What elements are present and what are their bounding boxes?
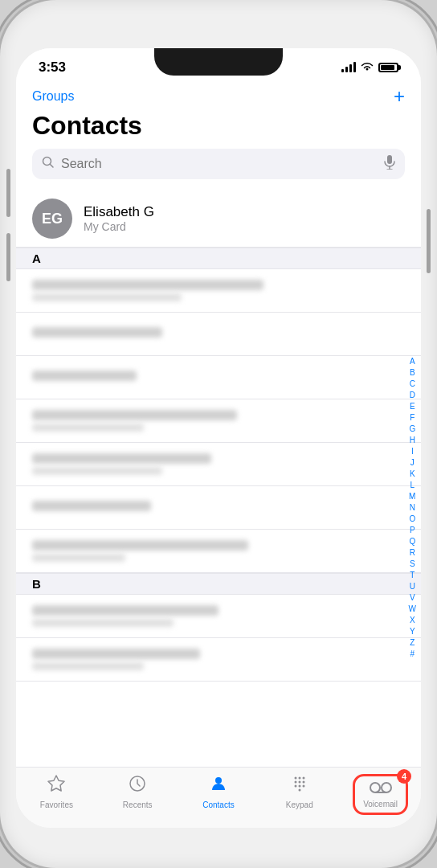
svg-point-5 xyxy=(215,777,222,784)
clock-icon xyxy=(128,774,147,798)
alpha-letter-a[interactable]: A xyxy=(408,356,417,366)
alpha-letter-r[interactable]: R xyxy=(408,547,417,558)
alpha-letter-hash[interactable]: # xyxy=(408,649,416,659)
nav-row: Groups + xyxy=(32,87,405,106)
star-icon xyxy=(47,774,66,798)
phone-frame: 3:53 xyxy=(0,0,437,868)
alpha-letter-k[interactable]: K xyxy=(408,469,417,479)
notch xyxy=(154,48,283,76)
alpha-letter-b[interactable]: B xyxy=(408,367,417,378)
page-title: Contacts xyxy=(32,111,405,141)
alpha-letter-o[interactable]: O xyxy=(407,514,417,524)
voicemail-icon xyxy=(370,780,392,798)
svg-point-16 xyxy=(370,783,380,792)
avatar: EG xyxy=(32,199,72,239)
tab-favorites-label: Favorites xyxy=(40,800,73,809)
svg-point-17 xyxy=(382,783,391,792)
alpha-letter-i[interactable]: I xyxy=(410,446,415,457)
svg-point-11 xyxy=(302,781,304,784)
alpha-letter-u[interactable]: U xyxy=(408,581,417,592)
alpha-letter-v[interactable]: V xyxy=(408,592,417,603)
section-header-a: A xyxy=(16,248,421,269)
list-item[interactable] xyxy=(16,399,421,443)
alphabet-index[interactable]: A B C D E F G H I J K L M N O P Q xyxy=(407,248,418,767)
svg-rect-1 xyxy=(387,155,392,164)
power-button[interactable] xyxy=(427,209,431,273)
alpha-letter-y[interactable]: Y xyxy=(408,626,417,637)
list-item[interactable] xyxy=(16,530,421,573)
wifi-icon xyxy=(361,62,374,74)
alpha-letter-l[interactable]: L xyxy=(408,480,416,490)
screen: 3:53 xyxy=(16,48,421,828)
volume-up-button[interactable] xyxy=(6,169,10,217)
alpha-letter-n[interactable]: N xyxy=(408,502,417,513)
alpha-letter-p[interactable]: P xyxy=(408,525,417,535)
status-icons xyxy=(341,62,398,74)
alpha-letter-h[interactable]: H xyxy=(408,435,417,445)
list-item[interactable] xyxy=(16,638,421,682)
search-input[interactable] xyxy=(61,157,378,171)
add-contact-button[interactable]: + xyxy=(394,87,405,106)
svg-point-9 xyxy=(294,781,296,784)
my-card-subtitle: My Card xyxy=(84,220,154,233)
my-card-name: Elisabeth G xyxy=(84,204,154,220)
tab-keypad[interactable]: Keypad xyxy=(259,774,340,815)
tab-keypad-label: Keypad xyxy=(286,800,313,809)
alpha-letter-d[interactable]: D xyxy=(408,390,417,400)
svg-point-15 xyxy=(298,789,300,792)
list-item[interactable] xyxy=(16,486,421,530)
my-card[interactable]: EG Elisabeth G My Card xyxy=(16,190,421,248)
alpha-letter-x[interactable]: X xyxy=(408,615,417,625)
svg-point-14 xyxy=(302,785,304,788)
search-bar[interactable] xyxy=(32,149,405,179)
search-icon xyxy=(42,156,55,172)
list-item[interactable] xyxy=(16,356,421,399)
list-item[interactable] xyxy=(16,269,421,313)
my-card-info: Elisabeth G My Card xyxy=(84,204,154,233)
alpha-letter-s[interactable]: S xyxy=(408,559,417,569)
alpha-letter-j[interactable]: J xyxy=(409,457,416,468)
alpha-letter-w[interactable]: W xyxy=(407,604,418,614)
tab-bar: Favorites Recents xyxy=(16,767,421,828)
tab-recents-label: Recents xyxy=(123,800,153,809)
groups-button[interactable]: Groups xyxy=(32,89,74,104)
alpha-letter-z[interactable]: Z xyxy=(408,637,416,648)
app-content: Groups + Contacts xyxy=(16,80,421,828)
svg-point-7 xyxy=(298,777,300,780)
battery-icon xyxy=(378,63,398,72)
tab-voicemail[interactable]: Voicemail 4 xyxy=(340,774,421,815)
tab-favorites[interactable]: Favorites xyxy=(16,774,97,815)
section-header-b: B xyxy=(16,573,421,595)
alpha-letter-f[interactable]: F xyxy=(408,412,416,423)
alpha-letter-t[interactable]: T xyxy=(408,570,416,580)
list-item[interactable] xyxy=(16,595,421,638)
alpha-letter-g[interactable]: G xyxy=(407,424,417,434)
volume-down-button[interactable] xyxy=(6,233,10,281)
list-item[interactable] xyxy=(16,313,421,356)
status-time: 3:53 xyxy=(39,59,66,76)
list-item[interactable] xyxy=(16,443,421,486)
svg-point-8 xyxy=(302,777,304,780)
keypad-icon xyxy=(290,774,309,798)
alpha-letter-m[interactable]: M xyxy=(407,491,417,502)
tab-recents[interactable]: Recents xyxy=(97,774,178,815)
tab-voicemail-label: Voicemail xyxy=(363,800,398,809)
person-icon xyxy=(209,774,228,798)
alpha-letter-c[interactable]: C xyxy=(408,379,417,389)
microphone-icon[interactable] xyxy=(384,155,395,173)
tab-contacts-label: Contacts xyxy=(202,800,234,809)
voicemail-badge: 4 xyxy=(397,769,411,784)
signal-bars-icon xyxy=(341,63,356,72)
alpha-letter-q[interactable]: Q xyxy=(407,536,417,547)
svg-point-10 xyxy=(298,781,300,784)
contact-list: A xyxy=(16,248,421,767)
svg-point-6 xyxy=(294,777,296,780)
nav-header: Groups + Contacts xyxy=(16,80,421,190)
tab-contacts[interactable]: Contacts xyxy=(178,774,259,815)
svg-point-12 xyxy=(294,785,296,788)
svg-point-13 xyxy=(298,785,300,788)
alpha-letter-e[interactable]: E xyxy=(408,401,417,411)
